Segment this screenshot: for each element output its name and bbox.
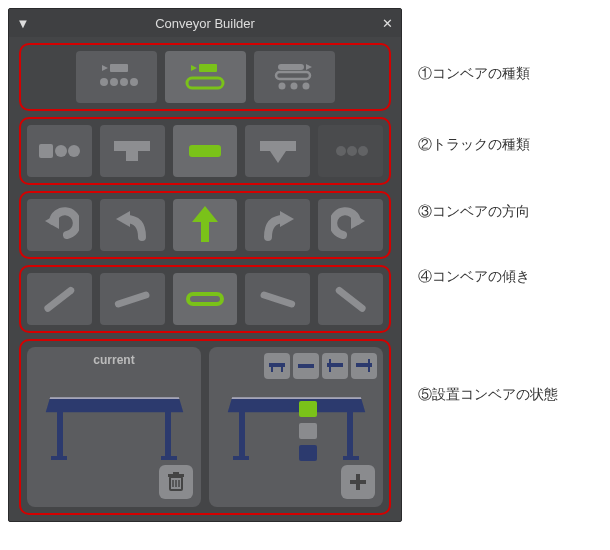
- svg-rect-18: [114, 141, 150, 151]
- titlebar: ▼ Conveyor Builder ✕: [9, 9, 401, 37]
- svg-marker-22: [270, 151, 286, 163]
- delete-button[interactable]: [159, 465, 193, 499]
- conveyor-type-belt[interactable]: [165, 51, 246, 103]
- svg-rect-15: [39, 144, 53, 158]
- swatch-green[interactable]: [299, 401, 317, 417]
- annotation-5: ⑤設置コンベアの状態: [418, 308, 558, 482]
- direction-left[interactable]: [100, 199, 165, 251]
- track-type-chute[interactable]: [245, 125, 310, 177]
- svg-rect-48: [329, 359, 331, 363]
- svg-rect-33: [114, 291, 150, 309]
- spacer: [343, 51, 384, 103]
- svg-rect-19: [126, 151, 138, 161]
- incline-up[interactable]: [245, 273, 310, 325]
- accum-icon: [270, 62, 318, 92]
- svg-point-16: [55, 145, 67, 157]
- tee-icon: [112, 137, 152, 165]
- svg-point-14: [303, 83, 310, 90]
- incline-down[interactable]: [100, 273, 165, 325]
- slope-u-icon: [256, 284, 300, 314]
- uturn-right-icon: [331, 205, 371, 245]
- preview-new: [209, 347, 383, 507]
- svg-marker-27: [116, 211, 130, 227]
- svg-marker-1: [102, 65, 108, 71]
- variant-2[interactable]: [293, 353, 319, 379]
- svg-rect-20: [189, 145, 221, 157]
- dots-icon: [331, 141, 371, 161]
- track-type-dots[interactable]: [318, 125, 383, 177]
- incline-flat[interactable]: [173, 273, 238, 325]
- variant-3[interactable]: [322, 353, 348, 379]
- svg-rect-21: [260, 141, 296, 151]
- slope-us-icon: [329, 282, 373, 316]
- section-conveyor-type: [19, 43, 391, 111]
- svg-point-24: [347, 146, 357, 156]
- conveyor-type-roller[interactable]: [76, 51, 157, 103]
- svg-rect-50: [356, 363, 372, 367]
- track-type-straight[interactable]: [173, 125, 238, 177]
- svg-rect-8: [187, 78, 223, 88]
- direction-right[interactable]: [245, 199, 310, 251]
- section-incline: [19, 265, 391, 333]
- direction-back-left[interactable]: [27, 199, 92, 251]
- variant3-icon: [326, 359, 344, 373]
- preview-current: current: [27, 347, 201, 507]
- straight-icon: [185, 141, 225, 161]
- svg-rect-0: [110, 64, 128, 72]
- svg-rect-51: [368, 359, 370, 363]
- uturn-left-icon: [39, 205, 79, 245]
- slope-d-icon: [110, 284, 154, 314]
- variant4-icon: [355, 359, 373, 373]
- variant2-icon: [297, 359, 315, 373]
- svg-rect-44: [271, 367, 273, 372]
- variant-1[interactable]: [264, 353, 290, 379]
- preview-current-label: current: [33, 353, 195, 367]
- direction-forward[interactable]: [173, 199, 238, 251]
- plus-icon: [349, 473, 367, 491]
- swatch-grey[interactable]: [299, 423, 317, 439]
- svg-point-2: [100, 78, 108, 86]
- svg-rect-36: [334, 286, 367, 314]
- conveyor-type-accum[interactable]: [254, 51, 335, 103]
- variant1-icon: [268, 359, 286, 373]
- arrow-up-icon: [190, 204, 220, 246]
- swatch-blue[interactable]: [299, 445, 317, 461]
- preview-new-image: [217, 381, 375, 463]
- svg-rect-52: [368, 367, 370, 372]
- annotation-2: ②トラックの種類: [418, 112, 558, 178]
- belt-icon: [183, 62, 227, 92]
- svg-point-17: [68, 145, 80, 157]
- section-track-type: [19, 117, 391, 185]
- roller-icon: [94, 62, 138, 92]
- variant-4[interactable]: [351, 353, 377, 379]
- chute-icon: [258, 137, 298, 165]
- conveyor-builder-panel: ▼ Conveyor Builder ✕: [8, 8, 402, 522]
- spacer: [27, 51, 68, 103]
- collapse-button[interactable]: ▼: [9, 16, 37, 31]
- track-type-tee[interactable]: [100, 125, 165, 177]
- track-type-1[interactable]: [27, 125, 92, 177]
- svg-marker-7: [191, 65, 197, 71]
- direction-back-right[interactable]: [318, 199, 383, 251]
- svg-rect-38: [168, 474, 184, 477]
- svg-point-13: [291, 83, 298, 90]
- svg-point-12: [279, 83, 286, 90]
- svg-rect-54: [350, 480, 366, 484]
- curve-left-icon: [112, 205, 152, 245]
- incline-up-steep[interactable]: [318, 273, 383, 325]
- annotation-3: ③コンベアの方向: [418, 178, 558, 246]
- close-button[interactable]: ✕: [373, 16, 401, 31]
- preview-current-image: [35, 381, 193, 463]
- svg-rect-35: [259, 291, 295, 309]
- annotation-4: ④コンベアの傾き: [418, 246, 558, 308]
- panel-title: Conveyor Builder: [37, 16, 373, 31]
- slope-ds-icon: [37, 282, 81, 316]
- svg-marker-10: [306, 64, 312, 70]
- svg-marker-30: [280, 211, 294, 227]
- svg-point-4: [120, 78, 128, 86]
- svg-rect-6: [199, 64, 217, 72]
- add-button[interactable]: [341, 465, 375, 499]
- section-preview: current: [19, 339, 391, 515]
- incline-down-steep[interactable]: [27, 273, 92, 325]
- svg-point-25: [358, 146, 368, 156]
